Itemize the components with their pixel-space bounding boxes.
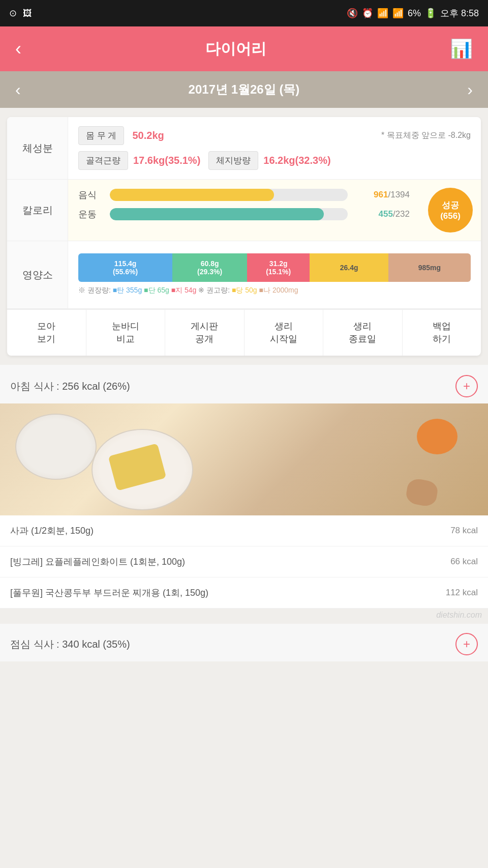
action-buttons: 모아보기 눈바디비교 게시판공개 생리시작일 생리종료일 백업하기 — [7, 309, 481, 356]
battery-icon: 🔋 — [425, 8, 436, 19]
carb-bar: 115.4g (55.6%) — [78, 253, 172, 282]
board-public-button[interactable]: 게시판공개 — [165, 310, 245, 356]
food-item-3 — [405, 478, 439, 508]
muscle-tag: 골격근량 — [78, 151, 128, 170]
food-orange — [417, 419, 458, 454]
food-item-kcal: 78 kcal — [450, 526, 478, 536]
protein-bar: 60.8g (29.3%) — [172, 253, 247, 282]
sodium-bar: 985mg — [388, 253, 471, 282]
food-item-kcal: 66 kcal — [450, 557, 478, 567]
period-start-button[interactable]: 생리시작일 — [245, 310, 324, 356]
food-bar-container — [110, 189, 348, 201]
mute-icon: 🔇 — [347, 8, 358, 19]
calorie-section: 칼로리 음식 961/1394 운동 455/232 — [7, 180, 481, 241]
food-calorie-row: 음식 961/1394 — [78, 189, 410, 201]
wifi-icon: 📶 — [377, 8, 388, 19]
calorie-label: 칼로리 — [7, 180, 68, 241]
nutrition-bars: 115.4g (55.6%) 60.8g (29.3%) 31.2g (15.1… — [78, 253, 471, 282]
breakfast-photo[interactable] — [0, 403, 488, 515]
food-item-tofu[interactable]: [풀무원] 국산콩두부 부드러운 찌개용 (1회, 150g) 112 kcal — [0, 577, 488, 609]
breakfast-add-button[interactable]: + — [455, 375, 478, 397]
food-item-yogurt[interactable]: [빙그레] 요플레플레인화이트 (1회분, 100g) 66 kcal — [0, 546, 488, 577]
breakfast-header: 아침 식사 : 256 kcal (26%) + — [0, 365, 488, 403]
muscle-value: 17.6kg(35.1%) — [133, 155, 200, 166]
chart-icon[interactable]: 📊 — [450, 38, 473, 60]
fat-tag: 체지방량 — [208, 151, 258, 170]
body-comp-label: 체성분 — [7, 117, 68, 179]
muscle-group: 골격근량 17.6kg(35.1%) — [78, 151, 200, 170]
page-title: 다이어리 — [21, 39, 450, 60]
signal-icon: 📶 — [392, 8, 404, 19]
main-card: 체성분 몸 무 게 50.2kg * 목표체중 앞으로 -8.2kg 골격근량 … — [7, 117, 481, 356]
lunch-section: 점심 식사 : 340 kcal (35%) + — [0, 624, 488, 661]
food-plate-1 — [15, 414, 97, 480]
breakfast-title: 아침 식사 : 256 kcal (26%) — [10, 380, 130, 393]
exercise-calorie-row: 운동 455/232 — [78, 208, 410, 220]
battery-pct: 6% — [408, 8, 421, 19]
fat-bar: 31.2g (15.1%) — [247, 253, 310, 282]
success-badge: 성공 (656) — [428, 188, 473, 233]
app-icon2: 🖼 — [23, 8, 32, 19]
food-item-name: [빙그레] 요플레플레인화이트 (1회분, 100g) — [10, 556, 450, 568]
weight-note: * 목표체중 앞으로 -8.2kg — [381, 130, 471, 141]
lunch-title: 점심 식사 : 340 kcal (35%) — [10, 638, 130, 651]
period-end-button[interactable]: 생리종료일 — [323, 310, 403, 356]
sugar-bar: 26.4g — [310, 253, 388, 282]
header: ‹ 다이어리 📊 — [0, 26, 488, 71]
lunch-add-button[interactable]: + — [455, 633, 478, 655]
exercise-label: 운동 — [78, 208, 104, 220]
food-item-name: [풀무원] 국산콩두부 부드러운 찌개용 (1회, 150g) — [10, 587, 446, 599]
status-right: 🔇 ⏰ 📶 📶 6% 🔋 오후 8:58 — [347, 7, 479, 19]
next-date-button[interactable]: › — [467, 80, 473, 99]
breakfast-food-list: 사과 (1/2회분, 150g) 78 kcal [빙그레] 요플레플레인화이트… — [0, 515, 488, 609]
weight-value: 50.2kg — [132, 130, 164, 141]
exercise-calorie-nums: 455/232 — [354, 209, 410, 219]
back-button[interactable]: ‹ — [15, 38, 21, 60]
alarm-icon: ⏰ — [362, 8, 373, 19]
weight-tag: 몸 무 게 — [78, 126, 124, 145]
body-comp-content: 몸 무 게 50.2kg * 목표체중 앞으로 -8.2kg 골격근량 17.6… — [68, 117, 481, 179]
nutrition-hint: ※ 권장량: ■탄 355g ■단 65g ■지 54g ※ 권고량: ■당 5… — [68, 282, 481, 302]
weight-row: 몸 무 게 50.2kg * 목표체중 앞으로 -8.2kg — [78, 126, 471, 145]
food-item-kcal: 112 kcal — [446, 588, 478, 598]
exercise-bar — [110, 208, 324, 220]
body-composition-section: 체성분 몸 무 게 50.2kg * 목표체중 앞으로 -8.2kg 골격근량 … — [7, 117, 481, 180]
food-bar — [110, 189, 274, 201]
app-icon1: ⊙ — [9, 8, 17, 19]
food-item-name: 사과 (1/2회분, 150g) — [10, 525, 450, 537]
gather-view-button[interactable]: 모아보기 — [7, 310, 86, 356]
nutrition-section: 영양소 115.4g (55.6%) 60.8g (29.3%) 31.2g (… — [7, 241, 481, 309]
prev-date-button[interactable]: ‹ — [15, 80, 21, 99]
muscle-fat-row: 골격근량 17.6kg(35.1%) 체지방량 16.2kg(32.3%) — [78, 151, 471, 170]
food-item-apple[interactable]: 사과 (1/2회분, 150g) 78 kcal — [0, 515, 488, 546]
eyebody-compare-button[interactable]: 눈바디비교 — [86, 310, 166, 356]
status-left: ⊙ 🖼 — [9, 8, 32, 19]
date-nav: ‹ 2017년 1월26일 (목) › — [0, 71, 488, 108]
time: 오후 8:58 — [440, 7, 479, 19]
watermark: dietshin.com — [0, 609, 488, 624]
food-label: 음식 — [78, 189, 104, 201]
status-bar: ⊙ 🖼 🔇 ⏰ 📶 📶 6% 🔋 오후 8:58 — [0, 0, 488, 26]
fat-value: 16.2kg(32.3%) — [263, 155, 330, 166]
breakfast-section: 아침 식사 : 256 kcal (26%) + 사과 (1/2회분, 150g… — [0, 365, 488, 624]
nutrition-label: 영양소 — [7, 241, 68, 308]
backup-button[interactable]: 백업하기 — [403, 310, 481, 356]
fat-group: 체지방량 16.2kg(32.3%) — [208, 151, 330, 170]
exercise-bar-container — [110, 208, 348, 220]
food-calorie-nums: 961/1394 — [354, 190, 410, 200]
calorie-content: 음식 961/1394 운동 455/232 — [68, 180, 420, 241]
current-date: 2017년 1월26일 (목) — [189, 81, 300, 98]
